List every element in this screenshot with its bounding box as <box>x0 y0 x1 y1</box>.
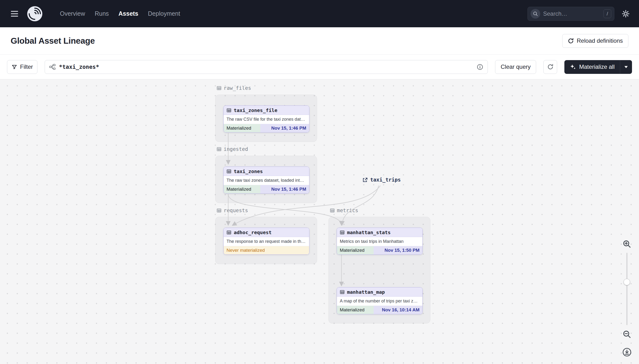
reload-definitions-label: Reload definitions <box>577 38 623 44</box>
asset-node-header: taxi_zones_file <box>224 106 309 115</box>
asset-node-header: adhoc_request <box>224 228 309 237</box>
external-asset-label: taxi_trips <box>370 177 401 183</box>
refresh-icon <box>547 64 553 70</box>
group-label-requests[interactable]: requests <box>217 208 248 214</box>
group-name: raw_files <box>224 85 251 91</box>
asset-status-row: Materialized Nov 15, 1:46 PM <box>224 124 309 132</box>
table-icon <box>330 208 335 213</box>
table-icon <box>217 86 221 90</box>
table-icon <box>227 230 231 235</box>
reload-definitions-button[interactable]: Reload definitions <box>562 34 628 48</box>
group-name: requests <box>224 208 248 214</box>
asset-name: manhattan_map <box>347 289 385 295</box>
search-box[interactable]: / <box>527 7 614 21</box>
asset-description: The raw CSV file for the taxi zones dat… <box>224 115 309 124</box>
download-view-icon[interactable] <box>621 347 632 358</box>
asset-description: The response to an request made in th… <box>224 237 309 246</box>
app-root: Overview Runs Assets Deployment / Global… <box>0 0 639 364</box>
materialization-timestamp[interactable]: Nov 15, 1:50 PM <box>374 246 422 254</box>
clear-query-label: Clear query <box>501 64 530 70</box>
zoom-slider-track[interactable] <box>626 253 627 325</box>
refresh-icon <box>568 38 574 44</box>
asset-query-field[interactable] <box>45 60 488 74</box>
chevron-down-icon <box>624 66 628 68</box>
asset-name: manhattan_stats <box>347 230 391 235</box>
group-label-raw-files[interactable]: raw_files <box>217 85 251 91</box>
page-title: Global Asset Lineage <box>11 36 95 46</box>
materialization-timestamp[interactable]: Nov 15, 1:46 PM <box>260 124 309 132</box>
external-asset-taxi-trips[interactable]: taxi_trips <box>362 177 401 183</box>
nav-item-overview[interactable]: Overview <box>60 10 85 17</box>
asset-node-adhoc-request[interactable]: adhoc_request The response to an request… <box>223 228 309 255</box>
asset-status-row: Materialized Nov 15, 1:50 PM <box>337 246 422 254</box>
asset-node-taxi-zones-file[interactable]: taxi_zones_file The raw CSV file for the… <box>223 106 309 132</box>
sparkle-icon <box>570 64 576 70</box>
refresh-graph-button[interactable] <box>543 60 557 74</box>
materialize-all-split-button: Materialize all <box>564 60 632 74</box>
asset-node-header: manhattan_map <box>337 288 422 297</box>
asset-description: The raw taxi zones dataset, loaded int… <box>224 176 309 185</box>
asset-node-manhattan-stats[interactable]: manhattan_stats Metrics on taxi trips in… <box>337 228 423 255</box>
status-badge: Materialized <box>337 246 374 254</box>
asset-node-taxi-zones[interactable]: taxi_zones The raw taxi zones dataset, l… <box>223 166 309 194</box>
zoom-slider-thumb[interactable] <box>623 279 630 285</box>
clear-query-button[interactable]: Clear query <box>495 60 536 74</box>
group-label-ingested[interactable]: ingested <box>217 146 248 152</box>
group-name: ingested <box>224 146 248 152</box>
materialization-timestamp[interactable]: Nov 16, 10:14 AM <box>374 306 422 314</box>
status-badge: Materialized <box>224 124 260 132</box>
status-badge: Materialized <box>337 306 374 314</box>
table-icon <box>227 108 231 113</box>
nav-right: / <box>527 7 630 21</box>
asset-query-input[interactable] <box>59 64 473 70</box>
zoom-in-icon[interactable] <box>621 239 632 249</box>
status-badge: Never materialized <box>224 246 309 254</box>
top-nav: Overview Runs Assets Deployment / <box>0 0 639 27</box>
table-icon <box>340 290 345 294</box>
asset-node-header: taxi_zones <box>224 167 309 176</box>
table-icon <box>340 230 345 235</box>
asset-description: A map of the number of trips per taxi z… <box>337 297 422 306</box>
nav-item-assets[interactable]: Assets <box>119 10 138 17</box>
lineage-toolbar: Filter Clear query Materialize <box>0 54 639 80</box>
asset-name: taxi_zones <box>234 168 263 174</box>
page-header: Global Asset Lineage Reload definitions <box>0 27 639 54</box>
zoom-out-icon[interactable] <box>621 329 632 340</box>
asset-node-manhattan-map[interactable]: manhattan_map A map of the number of tri… <box>337 287 423 314</box>
search-icon <box>530 9 540 18</box>
asset-status-row: Never materialized <box>224 246 309 254</box>
table-icon <box>217 208 221 213</box>
search-shortcut-badge: / <box>603 10 611 18</box>
search-input[interactable] <box>543 10 600 17</box>
asset-graph-icon <box>49 64 56 70</box>
materialize-options-caret[interactable] <box>620 60 632 74</box>
asset-name: adhoc_request <box>234 230 272 235</box>
filter-icon <box>12 64 17 70</box>
materialize-all-label: Materialize all <box>579 64 614 70</box>
nav-item-deployment[interactable]: Deployment <box>148 10 180 17</box>
filter-button[interactable]: Filter <box>7 60 38 74</box>
status-badge: Materialized <box>224 185 260 193</box>
group-name: metrics <box>337 208 358 214</box>
materialization-timestamp[interactable]: Nov 15, 1:46 PM <box>260 185 309 193</box>
lineage-edges <box>0 80 639 364</box>
asset-name: taxi_zones_file <box>234 108 277 113</box>
external-link-icon <box>362 177 368 183</box>
table-icon <box>217 147 221 152</box>
asset-description: Metrics on taxi trips in Manhattan <box>337 237 422 246</box>
table-icon <box>227 169 231 174</box>
filter-label: Filter <box>20 64 33 70</box>
asset-node-header: manhattan_stats <box>337 228 422 237</box>
group-label-metrics[interactable]: metrics <box>330 208 358 214</box>
main-nav: Overview Runs Assets Deployment <box>60 10 180 17</box>
materialize-all-button[interactable]: Materialize all <box>564 60 620 74</box>
nav-item-runs[interactable]: Runs <box>95 10 109 17</box>
info-icon[interactable] <box>477 64 483 70</box>
lineage-canvas[interactable]: raw_files ingested requests metrics <box>0 80 639 364</box>
asset-status-row: Materialized Nov 15, 1:46 PM <box>224 185 309 193</box>
asset-status-row: Materialized Nov 16, 10:14 AM <box>337 306 422 314</box>
hamburger-menu-icon[interactable] <box>9 8 20 19</box>
gear-icon[interactable] <box>621 10 630 18</box>
dagster-logo[interactable] <box>27 6 43 22</box>
